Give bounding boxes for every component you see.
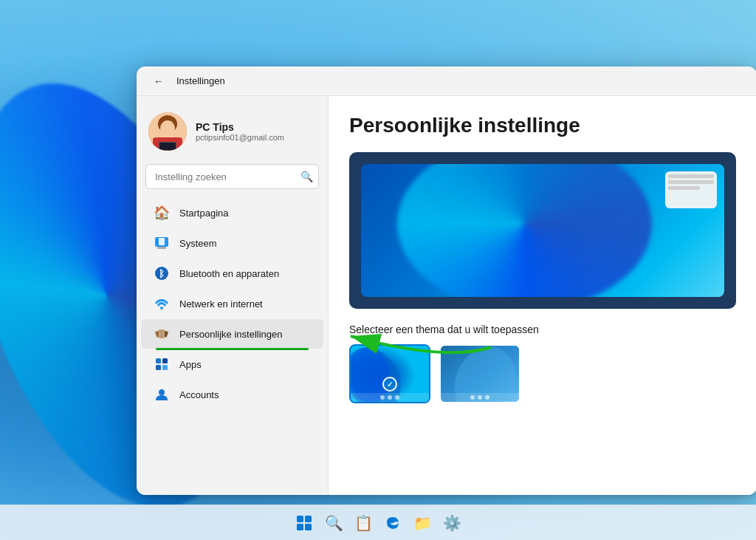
home-icon: 🏠 — [153, 204, 171, 222]
svg-rect-23 — [162, 365, 168, 370]
user-profile[interactable]: PC Tips pctipsinfo01@gmail.com — [137, 105, 328, 164]
preview-bloom-effect — [397, 164, 651, 297]
content-area: PC Tips pctipsinfo01@gmail.com 🔍 🏠 Start… — [137, 96, 756, 495]
system-icon — [153, 234, 171, 252]
theme-option-2[interactable] — [439, 344, 520, 403]
sidebar-item-apps[interactable]: Apps — [141, 349, 323, 379]
avatar-image — [148, 112, 187, 151]
search-input[interactable] — [145, 164, 319, 189]
svg-rect-21 — [162, 358, 168, 363]
svg-rect-9 — [157, 247, 166, 249]
svg-rect-5 — [176, 137, 182, 146]
svg-point-24 — [159, 389, 165, 395]
apps-icon — [153, 355, 171, 373]
theme-thumb-blue — [441, 346, 519, 402]
back-button[interactable]: ← — [148, 71, 169, 92]
nav-label-netwerk: Netwerk en internet — [179, 298, 263, 310]
user-email: pctipsinfo01@gmail.com — [196, 133, 316, 142]
taskbar-edge-button[interactable] — [379, 510, 406, 536]
svg-rect-10 — [159, 238, 165, 245]
nav-label-startpagina: Startpagina — [179, 208, 229, 219]
sidebar-item-systeem[interactable]: Systeem — [141, 228, 323, 258]
nav-label-accounts: Accounts — [179, 389, 219, 400]
user-name: PC Tips — [196, 121, 316, 133]
nav-label-systeem: Systeem — [179, 238, 217, 249]
title-bar: ← Instellingen — [137, 66, 756, 96]
sidebar-item-bluetooth[interactable]: ᛒ Bluetooth en apparaten — [141, 259, 323, 288]
taskbar-explorer-button[interactable]: 📁 — [409, 510, 436, 536]
nav-label-bluetooth: Bluetooth en apparaten — [179, 268, 279, 279]
svg-rect-31 — [297, 516, 303, 522]
settings-window: ← Instellingen — [137, 66, 756, 495]
sidebar-item-netwerk[interactable]: Netwerk en internet — [141, 289, 323, 318]
nav-label-apps: Apps — [179, 359, 202, 370]
window-title: Instellingen — [176, 75, 225, 86]
personalization-icon — [153, 325, 171, 343]
svg-rect-20 — [156, 358, 161, 363]
user-info: PC Tips pctipsinfo01@gmail.com — [196, 121, 316, 142]
main-content: Persoonlijke instellinge Selecteer een t… — [329, 96, 756, 495]
svg-rect-7 — [159, 143, 176, 150]
svg-rect-4 — [153, 137, 159, 146]
svg-text:ᛒ: ᛒ — [159, 268, 165, 279]
preview-overlay-card — [665, 171, 717, 208]
sidebar-item-accounts[interactable]: Accounts — [141, 380, 323, 409]
network-icon — [153, 295, 171, 312]
taskbar-widgets-button[interactable]: 📋 — [350, 510, 377, 536]
taskbar-settings-button[interactable]: ⚙️ — [439, 510, 465, 536]
svg-rect-32 — [305, 516, 312, 522]
preview-card-line-3 — [668, 186, 700, 190]
svg-rect-34 — [305, 524, 312, 530]
accounts-icon — [153, 386, 171, 403]
nav-list: 🏠 Startpagina Systeem — [137, 198, 328, 409]
theme-option-1[interactable]: ✓ — [349, 344, 430, 403]
theme-thumb-bloom: ✓ — [351, 346, 429, 402]
sidebar-item-personalisatie[interactable]: Persoonlijke instellingen — [141, 319, 323, 349]
sidebar: PC Tips pctipsinfo01@gmail.com 🔍 🏠 Start… — [137, 96, 329, 495]
nav-label-personalisatie: Persoonlijke instellingen — [179, 329, 282, 340]
taskbar: 🔍 📋 📁 ⚙️ — [0, 505, 756, 540]
preview-card-line-2 — [668, 180, 714, 184]
svg-point-2 — [160, 120, 175, 137]
sidebar-item-startpagina[interactable]: 🏠 Startpagina — [141, 198, 323, 228]
svg-rect-22 — [156, 365, 161, 370]
taskbar-search-button[interactable]: 🔍 — [320, 510, 347, 536]
taskbar-start-button[interactable] — [291, 510, 317, 536]
preview-screen — [361, 164, 724, 297]
avatar — [148, 112, 187, 151]
search-box: 🔍 — [145, 164, 319, 189]
bluetooth-icon: ᛒ — [153, 264, 171, 282]
theme-select-label: Selecteer een thema dat u wilt toepassen — [349, 324, 736, 335]
page-title: Persoonlijke instellinge — [349, 114, 736, 137]
svg-point-13 — [160, 307, 163, 310]
svg-rect-33 — [297, 524, 303, 530]
theme-preview-container — [349, 152, 736, 309]
preview-card-line-1 — [668, 174, 714, 178]
theme-options: ✓ — [349, 344, 736, 403]
